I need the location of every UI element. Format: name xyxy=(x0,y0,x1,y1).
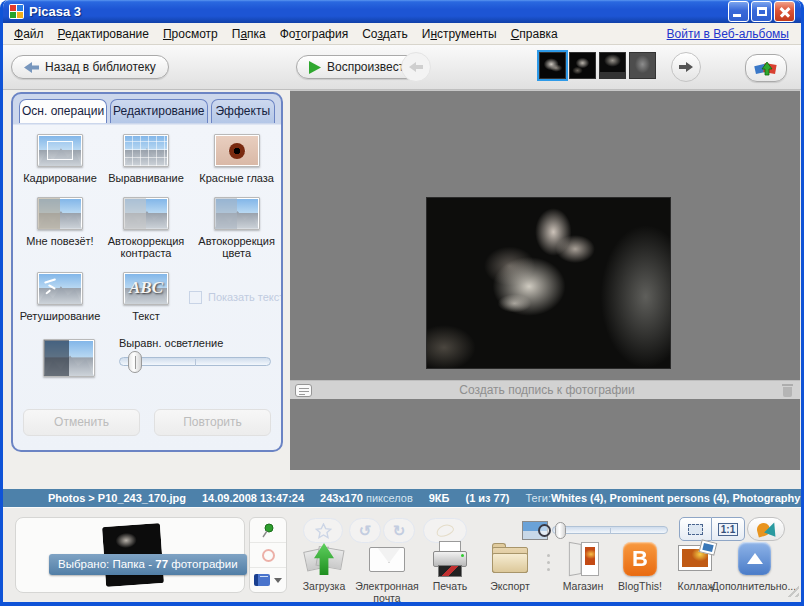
tab-tuning[interactable]: Редактирование xyxy=(110,99,207,123)
main-toolbar: Назад в библиотеку Воспроизвести xyxy=(3,45,801,90)
menu-tools[interactable]: Инструменты xyxy=(415,25,504,43)
im-feeling-lucky-button[interactable]: Мне повезёт! xyxy=(17,197,103,260)
menu-file[interactable]: Файл xyxy=(7,25,51,43)
delete-caption-icon[interactable] xyxy=(782,384,793,397)
green-pushpin-icon xyxy=(261,523,275,538)
clear-tray-button[interactable] xyxy=(250,543,286,568)
zoom-slider[interactable] xyxy=(552,526,668,534)
redo-button[interactable]: Повторить xyxy=(154,409,271,436)
back-to-library-button[interactable]: Назад в библиотеку xyxy=(11,55,169,79)
picasa-window: Picasa 3 Файл Редактирование Просмотр Па… xyxy=(0,0,804,606)
straighten-tool-button[interactable]: Выравнивание xyxy=(103,134,189,185)
photo-viewer xyxy=(290,90,800,470)
retouch-tool-button[interactable]: Ретуширование xyxy=(17,272,103,323)
straighten-icon xyxy=(123,134,169,167)
share-photos-button[interactable] xyxy=(745,54,787,82)
text-icon: ABC xyxy=(123,272,169,305)
slideshow-fullscreen-button[interactable] xyxy=(747,517,785,541)
star-icon xyxy=(315,523,332,539)
status-file-path: Photos > P10_243_170.jpg xyxy=(48,492,186,504)
undo-button[interactable]: Отменить xyxy=(23,409,140,436)
chevron-down-icon xyxy=(274,578,282,583)
hold-pin-button[interactable] xyxy=(250,518,286,543)
menu-help[interactable]: Справка xyxy=(504,25,565,43)
picasa-logo-icon xyxy=(9,4,24,19)
minimize-button[interactable] xyxy=(728,1,749,22)
output-actions-row: Загрузка Электронная почта Печать Экспор… xyxy=(295,541,785,599)
filmstrip-thumb-2[interactable] xyxy=(569,52,596,79)
status-bar: Photos > P10_243_170.jpg 14.09.2008 13:4… xyxy=(3,489,801,507)
collage-icon xyxy=(675,541,717,579)
print-button[interactable]: Печать xyxy=(421,541,479,593)
caption-icon[interactable] xyxy=(295,384,312,397)
crop-tool-button[interactable]: Кадрирование xyxy=(17,134,103,185)
menu-photo[interactable]: Фотография xyxy=(273,25,355,43)
rotate-ccw-button[interactable]: ↺ xyxy=(349,518,381,543)
menu-create[interactable]: Создать xyxy=(355,25,415,43)
zoom-mode-buttons: 1:1 xyxy=(679,517,745,541)
tab-basic-operations[interactable]: Осн. операции xyxy=(19,99,107,123)
folder-icon xyxy=(489,541,531,579)
toolbar-separator xyxy=(541,543,555,581)
show-text-checkbox[interactable]: Показать текст xyxy=(189,272,283,323)
photo-filmstrip xyxy=(539,52,656,79)
status-position: (1 из 77) xyxy=(465,492,509,504)
fill-light-label: Выравн. осветление xyxy=(119,337,223,349)
add-to-album-button[interactable] xyxy=(250,568,286,592)
maximize-button[interactable] xyxy=(751,1,772,22)
filmstrip-thumb-1[interactable] xyxy=(539,52,566,79)
caption-input[interactable]: Создать подпись к фотографии xyxy=(312,383,782,397)
edit-panel: Осн. операции Редактирование Эффекты Кад… xyxy=(11,92,283,452)
tag-button[interactable] xyxy=(423,518,467,543)
menu-edit[interactable]: Редактирование xyxy=(51,25,156,43)
next-photo-button[interactable] xyxy=(671,52,701,82)
rotate-cw-icon: ↻ xyxy=(393,522,406,540)
filmstrip-thumb-4[interactable] xyxy=(629,52,656,79)
more-icon xyxy=(733,541,775,579)
auto-contrast-button[interactable]: Автокоррекция контраста xyxy=(103,197,189,260)
rotate-ccw-icon: ↺ xyxy=(359,522,372,540)
back-arrow-icon xyxy=(24,61,39,74)
upload-button[interactable]: Загрузка xyxy=(295,541,353,593)
menu-bar: Файл Редактирование Просмотр Папка Фотог… xyxy=(3,23,801,45)
star-button[interactable] xyxy=(303,518,343,543)
tray-actions xyxy=(249,517,287,593)
red-circle-icon xyxy=(262,549,275,562)
shop-button[interactable]: Магазин xyxy=(555,541,611,593)
photo-tray: Выбрано: Папка - 77 фотографии xyxy=(15,517,245,593)
menu-folder[interactable]: Папка xyxy=(225,25,273,43)
status-dimensions: 243x170 пикселов xyxy=(320,492,413,504)
status-datetime: 14.09.2008 13:47:24 xyxy=(202,492,304,504)
actual-size-button[interactable]: 1:1 xyxy=(712,517,745,541)
blogthis-button[interactable]: B BlogThis! xyxy=(611,541,669,593)
fill-light-section: Выравн. осветление xyxy=(27,337,271,391)
fill-light-slider-handle[interactable] xyxy=(128,351,142,373)
edit-panel-tabs: Осн. операции Редактирование Эффекты xyxy=(19,99,275,123)
text-tool-button[interactable]: ABC Текст xyxy=(103,272,189,323)
arrow-right-icon xyxy=(679,61,693,73)
fit-to-window-button[interactable] xyxy=(679,517,712,541)
export-button[interactable]: Экспорт xyxy=(479,541,541,593)
tag-icon xyxy=(435,522,456,538)
web-albums-signin-link[interactable]: Войти в Веб-альбомы xyxy=(667,27,789,41)
tab-effects[interactable]: Эффекты xyxy=(211,99,275,123)
email-icon xyxy=(366,541,408,579)
zoom-slider-handle[interactable] xyxy=(555,522,566,539)
menu-view[interactable]: Просмотр xyxy=(156,25,225,43)
status-tags: Теги:Whites (4), Prominent persons (4), … xyxy=(526,492,801,504)
auto-color-button[interactable]: Автокоррекция цвета xyxy=(194,197,280,260)
fill-light-slider[interactable] xyxy=(119,357,271,366)
redeye-tool-button[interactable]: Красные глаза xyxy=(194,134,280,185)
zoom-preview-icon[interactable] xyxy=(522,521,548,540)
more-button[interactable]: Дополнительно... xyxy=(723,541,785,593)
retouch-icon xyxy=(37,272,83,305)
upload-icon xyxy=(303,541,345,579)
email-button[interactable]: Электронная почта xyxy=(353,541,421,605)
arrow-left-icon xyxy=(409,61,423,73)
rotate-cw-button[interactable]: ↻ xyxy=(383,518,415,543)
filmstrip-thumb-3[interactable] xyxy=(599,52,626,79)
close-button[interactable] xyxy=(774,1,795,22)
caption-bar: Создать подпись к фотографии xyxy=(290,380,800,399)
previous-photo-button[interactable] xyxy=(401,52,431,82)
lucky-icon xyxy=(37,197,83,230)
